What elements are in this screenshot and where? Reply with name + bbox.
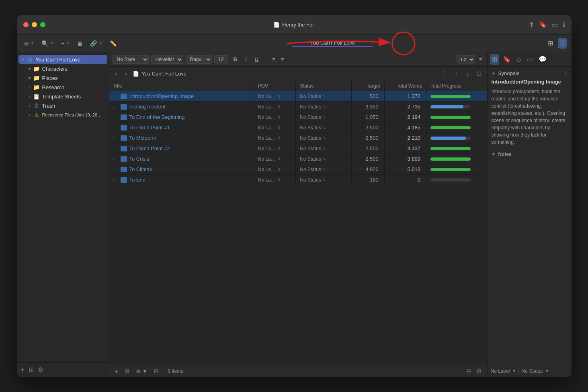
- forward-arrow-button[interactable]: ›: [123, 69, 129, 78]
- sidebar-item-characters[interactable]: ▼ 📁 Characters: [18, 64, 107, 73]
- minimize-button[interactable]: [32, 22, 37, 27]
- table-row[interactable]: › To Midpoint No La… ⇅ No Status ⇅ 2,500…: [109, 133, 487, 143]
- image-icon[interactable]: ▭: [552, 21, 558, 29]
- col-pov[interactable]: POV: [254, 81, 295, 91]
- cell-status-7[interactable]: No Status ⇅: [296, 164, 352, 175]
- search-button[interactable]: 🔍 ▼: [39, 39, 56, 48]
- footer-add-button[interactable]: +: [113, 367, 120, 375]
- col-status[interactable]: Status: [296, 81, 352, 91]
- style-select[interactable]: No Style: [113, 55, 149, 64]
- delete-button[interactable]: 🗑: [75, 39, 85, 48]
- edit-button[interactable]: ✏️: [107, 39, 119, 48]
- table-row[interactable]: › To Pinch Point #1 No La… ⇅ No Status ⇅…: [109, 122, 487, 133]
- share-icon[interactable]: ⬆: [529, 21, 534, 29]
- row-title-2[interactable]: To End of the Beginning: [129, 114, 185, 120]
- table-row[interactable]: › To Pinch Point #2 No La… ⇅ No Status ⇅…: [109, 143, 487, 154]
- cell-pov-5[interactable]: No La… ⇅: [254, 143, 295, 154]
- font-size-input[interactable]: [214, 55, 228, 63]
- table-row[interactable]: › To End of the Beginning No La… ⇅ No St…: [109, 112, 487, 122]
- cell-title-4[interactable]: › To Midpoint: [109, 133, 254, 143]
- sort-asc-button[interactable]: ↑: [453, 69, 461, 78]
- cell-pov-1[interactable]: No La… ⇅: [254, 102, 295, 112]
- sort-desc-button[interactable]: ↓: [463, 69, 471, 78]
- sidebar-item-template-sheets[interactable]: › 📋 Template Sheets: [18, 92, 107, 101]
- outline-view-button[interactable]: ☰: [558, 38, 567, 49]
- row-title-5[interactable]: To Pinch Point #2: [129, 145, 170, 151]
- footer-add-doc-button[interactable]: ⊞: [123, 367, 131, 375]
- cell-title-5[interactable]: › To Pinch Point #2: [109, 143, 254, 154]
- image-panel-button[interactable]: ▭: [525, 54, 535, 65]
- underline-button[interactable]: U: [252, 55, 261, 63]
- close-button[interactable]: [23, 22, 29, 27]
- no-label-select[interactable]: No Label: [491, 368, 510, 374]
- align-left-button[interactable]: ≡: [270, 55, 277, 63]
- bookmark-icon[interactable]: 🔖: [539, 21, 547, 29]
- cell-status-4[interactable]: No Status ⇅: [296, 133, 352, 143]
- cell-status-1[interactable]: No Status ⇅: [296, 102, 352, 112]
- comments-panel-button[interactable]: 💬: [537, 54, 549, 65]
- footer-list-button[interactable]: ⊟: [475, 367, 483, 375]
- cell-pov-7[interactable]: No La… ⇅: [254, 164, 295, 175]
- col-target[interactable]: Target: [352, 81, 384, 91]
- info-icon[interactable]: ℹ: [563, 21, 565, 29]
- expand-all-button[interactable]: ⊡: [474, 69, 484, 78]
- table-row[interactable]: › To End No La… ⇅ No Status ⇅ 180 0: [109, 175, 487, 185]
- footer-link-button[interactable]: ⊟: [152, 367, 160, 375]
- sidebar-item-research[interactable]: › 📁 Research: [18, 83, 107, 92]
- line-height-select[interactable]: 1.2: [457, 55, 475, 63]
- col-total-words[interactable]: Total Words: [384, 81, 426, 91]
- sidebar-item-places[interactable]: ▼ 📁 Places: [18, 74, 107, 82]
- binder-button[interactable]: ⊞ ▼: [22, 39, 37, 48]
- cell-pov-2[interactable]: No La… ⇅: [254, 112, 295, 122]
- sidebar-item-project[interactable]: ▼ ⊞ You Can't Foil Love: [18, 55, 107, 64]
- italic-button[interactable]: I: [242, 55, 250, 63]
- cell-title-2[interactable]: › To End of the Beginning: [109, 112, 254, 122]
- cell-title-8[interactable]: › To End: [109, 175, 254, 185]
- cell-status-6[interactable]: No Status ⇅: [296, 154, 352, 164]
- row-title-6[interactable]: To Crisis: [129, 156, 150, 162]
- cell-status-5[interactable]: No Status ⇅: [296, 143, 352, 154]
- synopsis-expand-icon[interactable]: ⊡: [563, 71, 568, 76]
- cell-status-3[interactable]: No Status ⇅: [296, 122, 352, 133]
- synopsis-panel-button[interactable]: ⊞: [490, 54, 499, 65]
- list-button[interactable]: ≡: [477, 55, 484, 63]
- sidebar-item-recovered[interactable]: › ⚠ Recovered Files (Jan 19, 2024 at 12:…: [18, 110, 107, 119]
- links-panel-button[interactable]: ◇: [514, 54, 523, 65]
- cell-pov-4[interactable]: No La… ⇅: [254, 133, 295, 143]
- synopsis-section-header[interactable]: ▼ Synopsis ⊡: [492, 71, 568, 76]
- sidebar-add-group-button[interactable]: ⊞: [29, 366, 34, 374]
- table-row[interactable]: › To Crisis No La… ⇅ No Status ⇅ 2,500 3…: [109, 154, 487, 164]
- bold-button[interactable]: B: [231, 55, 240, 63]
- table-row[interactable]: › Inciting Incident No La… ⇅ No Status ⇅…: [109, 102, 487, 112]
- cell-status-8[interactable]: No Status ⇅: [296, 175, 352, 185]
- font-select[interactable]: Helvetica: [151, 55, 183, 64]
- cell-status-2[interactable]: No Status ⇅: [296, 112, 352, 122]
- more-options-button[interactable]: ⋮: [439, 69, 451, 78]
- row-title-3[interactable]: To Pinch Point #1: [129, 125, 170, 131]
- table-row[interactable]: › Introduction/Opening Image No La… ⇅ No…: [109, 91, 487, 102]
- align-center-button[interactable]: ≡: [279, 55, 286, 63]
- back-arrow-button[interactable]: ‹: [113, 69, 119, 78]
- row-title-1[interactable]: Inciting Incident: [129, 104, 166, 110]
- table-row[interactable]: › To Climax No La… ⇅ No Status ⇅ 4,820 5…: [109, 164, 487, 175]
- bookmark-panel-button[interactable]: 🔖: [501, 54, 513, 65]
- cell-title-1[interactable]: › Inciting Incident: [109, 102, 254, 112]
- no-status-select[interactable]: No Status: [521, 368, 543, 374]
- add-button[interactable]: + ▼: [59, 39, 72, 48]
- sidebar-settings-button[interactable]: ⚙: [38, 366, 43, 374]
- cell-pov-0[interactable]: No La… ⇅: [254, 91, 295, 102]
- font-style-select[interactable]: Regular: [186, 55, 212, 64]
- row-title-7[interactable]: To Climax: [129, 166, 152, 172]
- cell-title-3[interactable]: › To Pinch Point #1: [109, 122, 254, 133]
- col-title[interactable]: Title: [109, 81, 254, 91]
- maximize-button[interactable]: [40, 22, 45, 27]
- cell-title-0[interactable]: › Introduction/Opening Image: [109, 91, 254, 102]
- row-title-4[interactable]: To Midpoint: [129, 135, 156, 141]
- row-title-8[interactable]: To End: [129, 177, 145, 183]
- cell-pov-3[interactable]: No La… ⇅: [254, 122, 295, 133]
- row-title-0[interactable]: Introduction/Opening Image: [129, 93, 194, 99]
- notes-section-header[interactable]: ▼ Notes: [492, 151, 568, 157]
- sidebar-add-button[interactable]: +: [21, 366, 25, 374]
- cell-title-7[interactable]: › To Climax: [109, 164, 254, 175]
- cell-title-6[interactable]: › To Crisis: [109, 154, 254, 164]
